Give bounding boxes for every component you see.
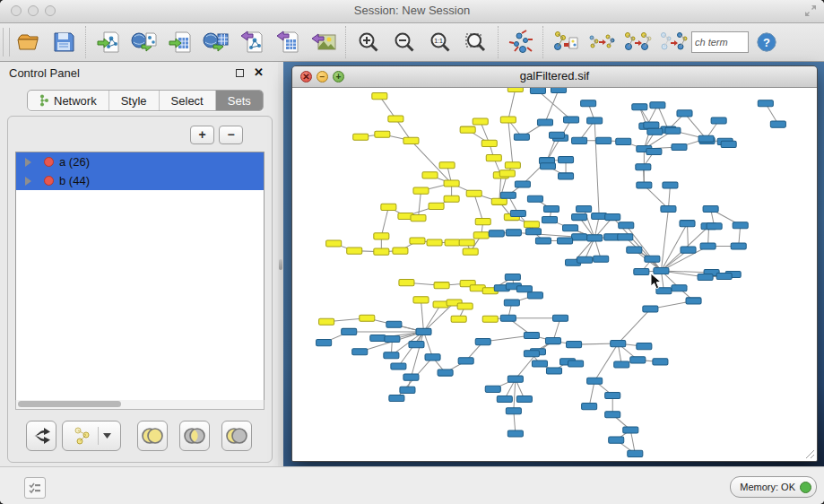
network-node-blue[interactable] [577, 205, 592, 212]
network-node-blue[interactable] [572, 137, 587, 143]
network-node-blue[interactable] [582, 404, 597, 410]
new-network-from-selection-button[interactable] [548, 25, 584, 59]
network-node-blue[interactable] [616, 138, 631, 144]
scrollbar-thumb[interactable] [18, 401, 121, 407]
network-node-yellow[interactable] [444, 196, 459, 202]
network-node-blue[interactable] [758, 100, 773, 107]
network-node-blue[interactable] [680, 221, 695, 227]
network-node-blue[interactable] [653, 359, 668, 365]
network-node-blue[interactable] [516, 395, 532, 402]
network-node-blue[interactable] [563, 225, 578, 231]
network-canvas[interactable] [292, 88, 817, 461]
intersection-sets-button[interactable] [179, 421, 210, 451]
network-node-yellow[interactable] [374, 233, 389, 239]
network-node-blue[interactable] [721, 141, 736, 147]
network-node-yellow[interactable] [486, 155, 501, 161]
network-node-blue[interactable] [711, 117, 726, 124]
network-node-yellow[interactable] [347, 248, 362, 254]
network-node-blue[interactable] [510, 210, 525, 216]
network-node-yellow[interactable] [360, 315, 375, 321]
network-node-blue[interactable] [572, 214, 587, 221]
create-set-from-network-button[interactable] [62, 421, 121, 451]
network-node-blue[interactable] [409, 342, 424, 348]
network-node-blue[interactable] [632, 104, 647, 110]
network-node-blue[interactable] [567, 342, 582, 348]
network-node-blue[interactable] [650, 102, 665, 109]
network-node-blue[interactable] [618, 234, 633, 240]
network-node-yellow[interactable] [463, 248, 478, 255]
network-node-blue[interactable] [516, 286, 532, 292]
difference-sets-button[interactable] [221, 421, 252, 451]
network-node-blue[interactable] [733, 222, 748, 229]
select-first-neighbors-button[interactable] [620, 25, 655, 59]
horizontal-scrollbar[interactable] [15, 400, 265, 410]
network-node-blue[interactable] [623, 427, 638, 433]
network-node-blue[interactable] [770, 121, 785, 127]
network-node-yellow[interactable] [524, 222, 539, 228]
network-node-yellow[interactable] [473, 118, 488, 125]
network-node-blue[interactable] [605, 214, 620, 221]
network-node-blue[interactable] [500, 315, 516, 321]
export-network-button[interactable] [234, 25, 270, 59]
network-node-blue[interactable] [596, 137, 611, 143]
network-node-blue[interactable] [506, 408, 521, 414]
network-node-blue[interactable] [605, 412, 620, 418]
network-node-blue[interactable] [645, 256, 660, 262]
network-node-blue[interactable] [552, 315, 568, 321]
network-node-yellow[interactable] [445, 239, 460, 246]
network-node-blue[interactable] [546, 368, 561, 374]
network-node-blue[interactable] [672, 285, 687, 291]
zoom-selected-button[interactable] [458, 25, 494, 59]
import-table-file-button[interactable] [162, 25, 198, 59]
network-node-blue[interactable] [581, 100, 596, 107]
network-node-blue[interactable] [507, 376, 523, 382]
network-node-blue[interactable] [559, 157, 574, 163]
save-session-button[interactable] [46, 25, 82, 59]
toolbar-drag-handle[interactable] [3, 28, 10, 56]
network-node-yellow[interactable] [411, 215, 426, 222]
network-node-blue[interactable] [540, 163, 555, 169]
network-node-blue[interactable] [389, 395, 404, 401]
network-window-titlebar[interactable]: ✕ − + galFiltered.sif [292, 66, 817, 88]
network-node-yellow[interactable] [505, 162, 520, 169]
network-node-yellow[interactable] [466, 190, 481, 196]
expand-arrow-icon[interactable] [25, 158, 31, 167]
network-node-blue[interactable] [587, 235, 603, 241]
network-node-blue[interactable] [564, 117, 579, 123]
network-node-blue[interactable] [644, 122, 659, 128]
float-panel-icon[interactable] [236, 69, 244, 77]
network-node-yellow[interactable] [410, 238, 425, 244]
network-node-blue[interactable] [665, 127, 681, 134]
remove-set-button[interactable]: − [219, 126, 243, 144]
apply-layout-button[interactable] [503, 25, 539, 59]
set-row[interactable]: a (26) [16, 152, 264, 171]
network-node-yellow[interactable] [375, 131, 390, 137]
network-node-blue[interactable] [698, 135, 714, 142]
network-node-blue[interactable] [559, 173, 574, 179]
network-node-blue[interactable] [661, 205, 676, 212]
resize-grip-icon[interactable] [804, 448, 815, 459]
network-node-blue[interactable] [558, 238, 573, 244]
network-node-blue[interactable] [535, 238, 551, 244]
network-node-blue[interactable] [592, 213, 607, 220]
close-panel-icon[interactable]: ✕ [254, 65, 264, 79]
fullscreen-icon[interactable] [804, 4, 817, 17]
network-node-blue[interactable] [525, 229, 541, 235]
network-node-blue[interactable] [611, 341, 626, 347]
network-node-blue[interactable] [637, 182, 652, 188]
network-node-yellow[interactable] [399, 280, 414, 286]
network-node-yellow[interactable] [413, 297, 429, 303]
expand-arrow-icon[interactable] [25, 177, 31, 186]
network-node-blue[interactable] [630, 357, 646, 363]
network-node-yellow[interactable] [427, 239, 442, 246]
network-node-yellow[interactable] [473, 232, 489, 239]
network-node-blue[interactable] [386, 321, 402, 327]
tab-select[interactable]: Select [160, 91, 216, 110]
network-node-yellow[interactable] [388, 116, 403, 122]
network-node-blue[interactable] [698, 274, 713, 280]
network-node-yellow[interactable] [439, 162, 455, 169]
network-node-blue[interactable] [485, 386, 500, 392]
network-node-blue[interactable] [524, 332, 539, 338]
tab-sets[interactable]: Sets [216, 91, 263, 110]
network-node-blue[interactable] [514, 134, 529, 140]
